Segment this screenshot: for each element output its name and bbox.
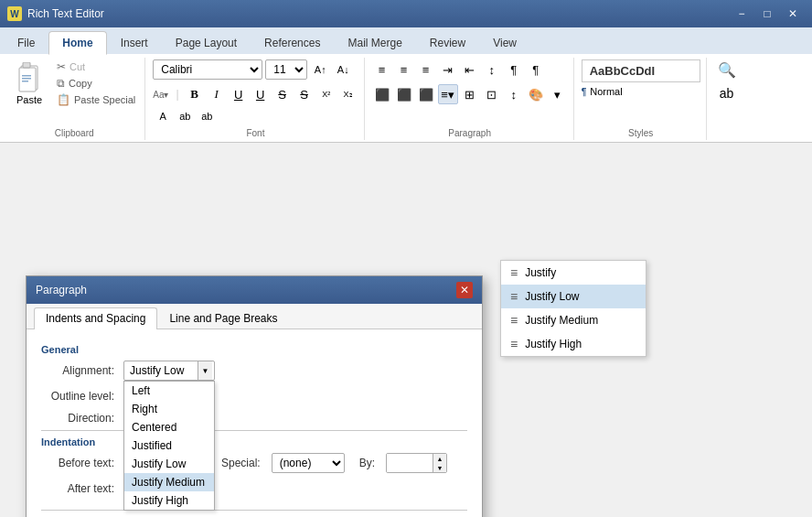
increase-indent-button[interactable]: ⇥ — [438, 59, 458, 80]
table2-button[interactable]: ⊡ — [482, 84, 502, 104]
cut-item[interactable]: ✂ Cut — [53, 59, 139, 74]
align-center-button[interactable]: ⬛ — [394, 84, 414, 104]
tab-view[interactable]: View — [479, 31, 530, 54]
general-section-header: General — [41, 344, 467, 355]
maximize-button[interactable]: □ — [755, 5, 779, 23]
dropdown-justify-high[interactable]: ≡ Justify High — [501, 332, 646, 356]
minimize-button[interactable]: − — [730, 5, 753, 23]
justify-icon: ≡ — [510, 265, 518, 280]
strikethrough-button[interactable]: S — [272, 84, 293, 104]
align-option-justify-medium[interactable]: Justify Medium — [124, 473, 214, 491]
pilcrow-button[interactable]: ¶ — [526, 59, 546, 80]
styles-group-label: Styles — [582, 126, 700, 138]
align-option-justify-low[interactable]: Justify Low — [124, 455, 214, 473]
svg-rect-2 — [23, 62, 30, 68]
ribbon-content: Paste ✂ Cut ⧉ Copy 📋 Paste Special — [0, 54, 812, 142]
by-spinner[interactable]: ▲ ▼ — [386, 453, 447, 473]
style-preview-box: AaBbCcDdI — [582, 59, 700, 82]
replace-button[interactable]: ab — [717, 83, 737, 103]
tab-insert[interactable]: Insert — [107, 31, 162, 54]
justify-button[interactable]: ≡▾ — [438, 84, 458, 104]
font-grow-button[interactable]: A↑ — [310, 59, 330, 80]
align-option-justified[interactable]: Justified — [124, 436, 214, 455]
extra-tools-group: 🔍 ab — [709, 58, 745, 140]
list-outline-button[interactable]: ≡ — [416, 59, 436, 80]
dialog-tab-indents[interactable]: Indents and Spacing — [34, 307, 157, 329]
by-down[interactable]: ▼ — [433, 463, 446, 472]
font-row2: Aa▾ | B I U U S S X² X₂ — [153, 84, 358, 104]
justify-low-icon: ≡ — [510, 289, 518, 304]
sort-button[interactable]: ↕ — [482, 59, 502, 80]
special-label: Special: — [221, 457, 261, 469]
tab-mail-merge[interactable]: Mail Merge — [334, 31, 415, 54]
align-left-button[interactable]: ⬛ — [372, 84, 392, 104]
list-ordered-button[interactable]: ≡ — [394, 59, 414, 80]
find-button[interactable]: 🔍 — [717, 59, 737, 80]
alignment-arrow[interactable]: ▼ — [198, 361, 212, 380]
by-up[interactable]: ▲ — [433, 454, 446, 463]
underline-button[interactable]: U — [229, 84, 249, 104]
subscript-button[interactable]: X₂ — [338, 84, 358, 104]
dropdown-justify[interactable]: ≡ Justify — [501, 261, 646, 285]
dialog-close-button[interactable]: ✕ — [456, 282, 473, 298]
special-select[interactable]: (none) — [272, 453, 345, 473]
list-unordered-button[interactable]: ≡ — [372, 59, 392, 80]
font-row3: A ab ab — [153, 106, 217, 126]
indentation-content: Before text: ▲ ▼ After text: — [41, 453, 467, 504]
alignment-dropdown-container: Justify Low ▼ Left Right Centered Justif… — [123, 361, 215, 381]
paste-special-item[interactable]: 📋 Paste Special — [53, 92, 139, 107]
tab-file[interactable]: File — [4, 31, 48, 54]
decrease-indent-button[interactable]: ⇤ — [460, 59, 480, 80]
para-row1: ≡ ≡ ≡ ⇥ ⇤ ↕ ¶ ¶ — [372, 59, 546, 80]
dialog-tab-linebreaks[interactable]: Line and Page Breaks — [157, 307, 289, 329]
strikethrough2-button[interactable]: S — [294, 84, 315, 104]
close-button[interactable]: ✕ — [781, 5, 805, 23]
tab-review[interactable]: Review — [416, 31, 479, 54]
border-button[interactable]: ▾ — [548, 84, 568, 104]
after-text-label: After text: — [41, 482, 123, 495]
table-button[interactable]: ⊞ — [460, 84, 480, 104]
align-right-button[interactable]: ⬛ — [416, 84, 436, 104]
bold-button[interactable]: B — [185, 84, 205, 104]
justify-high-icon: ≡ — [510, 337, 518, 351]
direction-row: Direction: Left-to-right — [41, 412, 467, 425]
tab-home[interactable]: Home — [48, 31, 106, 55]
align-option-right[interactable]: Right — [124, 400, 214, 418]
font-group-content: Calibri 11 A↑ A↓ Aa▾ | B I U U S S — [153, 59, 358, 126]
cut-label: Cut — [69, 61, 85, 72]
align-option-left[interactable]: Left — [124, 382, 214, 400]
dropdown-justify-low[interactable]: ≡ Justify Low — [501, 285, 646, 308]
align-option-justify-high[interactable]: Justify High — [124, 491, 214, 510]
normal-indicator: ¶ — [582, 87, 587, 97]
text-style-button[interactable]: ab — [197, 106, 217, 126]
justify-medium-label: Justify Medium — [525, 314, 598, 327]
para-group-content: ≡ ≡ ≡ ⇥ ⇤ ↕ ¶ ¶ ⬛ ⬛ ⬛ ≡▾ ⊞ ⊡ ↕ � — [372, 59, 568, 126]
dropdown-justify-medium[interactable]: ≡ Justify Medium — [501, 308, 646, 332]
tab-page-layout[interactable]: Page Layout — [162, 31, 251, 54]
font-shrink-button[interactable]: A↓ — [333, 59, 353, 80]
paste-button[interactable]: Paste — [9, 59, 49, 107]
shading-button[interactable]: 🎨 — [526, 84, 546, 104]
font-color-button[interactable]: A — [153, 106, 173, 126]
italic-button[interactable]: I — [207, 84, 227, 104]
underline2-button[interactable]: U — [251, 84, 271, 104]
by-input[interactable] — [387, 454, 433, 472]
align-option-centered[interactable]: Centered — [124, 418, 214, 436]
justify-dropdown: ≡ Justify ≡ Justify Low ≡ Justify Medium… — [500, 260, 646, 357]
title-bar-controls[interactable]: − □ ✕ — [730, 5, 805, 23]
alignment-label: Alignment: — [41, 364, 123, 377]
highlight-button[interactable]: ab — [175, 106, 195, 126]
clipboard-items: ✂ Cut ⧉ Copy 📋 Paste Special — [53, 59, 139, 107]
copy-item[interactable]: ⧉ Copy — [53, 76, 139, 91]
font-group-label: Font — [153, 126, 358, 138]
show-marks-button[interactable]: ¶ — [504, 59, 524, 80]
tab-references[interactable]: References — [251, 31, 334, 54]
superscript-button[interactable]: X² — [316, 84, 337, 104]
font-size-select[interactable]: 11 — [265, 59, 307, 80]
svg-rect-3 — [22, 75, 31, 77]
line-spacing-button[interactable]: ↕ — [504, 84, 524, 104]
font-name-select[interactable]: Calibri — [153, 59, 262, 80]
alignment-select[interactable]: Justify Low ▼ — [123, 361, 215, 381]
dialog-tab-bar: Indents and Spacing Line and Page Breaks — [27, 304, 482, 329]
svg-rect-5 — [22, 81, 28, 82]
